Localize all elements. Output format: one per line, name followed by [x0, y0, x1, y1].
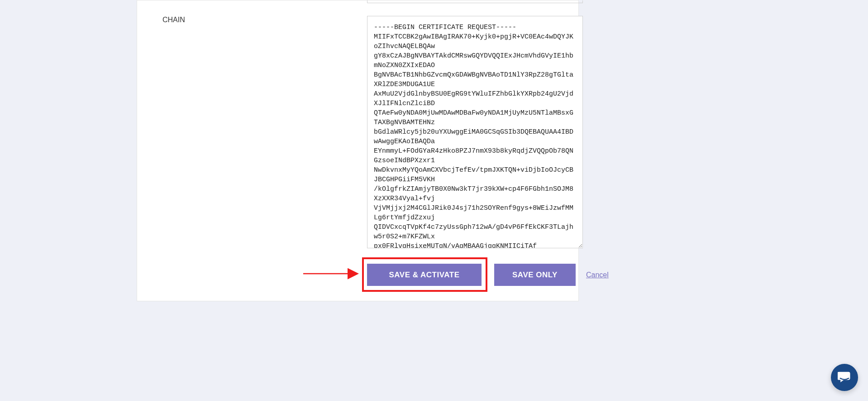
cancel-link[interactable]: Cancel: [586, 271, 609, 279]
chain-row: CHAIN: [162, 16, 185, 24]
save-activate-button[interactable]: SAVE & ACTIVATE: [367, 264, 482, 286]
button-row: SAVE & ACTIVATE SAVE ONLY Cancel: [367, 264, 609, 286]
chat-widget-button[interactable]: [831, 364, 858, 391]
previous-field-bottom: [367, 0, 583, 3]
form-container: CHAIN SAVE & ACTIVATE SAVE ONLY Cancel: [137, 0, 579, 301]
chain-input[interactable]: [367, 16, 583, 248]
chat-icon: [838, 371, 851, 384]
chain-label: CHAIN: [162, 16, 185, 24]
save-only-button[interactable]: SAVE ONLY: [494, 264, 576, 286]
annotation-arrow: [303, 261, 362, 286]
